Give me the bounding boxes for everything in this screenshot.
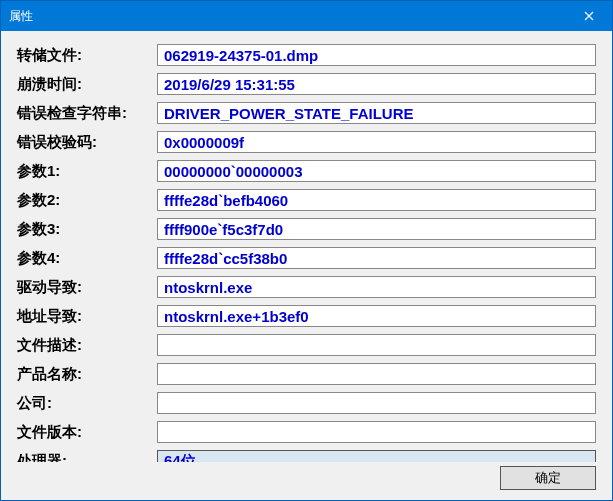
field-bugcheck-code[interactable]: 0x0000009f: [157, 131, 596, 153]
row-bugcheck-code: 错误校验码: 0x0000009f: [17, 130, 596, 154]
label-bugcheck-string: 错误检查字符串:: [17, 104, 157, 123]
row-caused-driver: 驱动导致: ntoskrnl.exe: [17, 275, 596, 299]
label-caused-address: 地址导致:: [17, 307, 157, 326]
row-param2: 参数2: ffffe28d`befb4060: [17, 188, 596, 212]
field-company[interactable]: [157, 392, 596, 414]
form-content: 转储文件: 062919-24375-01.dmp 崩溃时间: 2019/6/2…: [1, 31, 612, 462]
row-param1: 参数1: 00000000`00000003: [17, 159, 596, 183]
field-crash-time[interactable]: 2019/6/29 15:31:55: [157, 73, 596, 95]
row-product-name: 产品名称:: [17, 362, 596, 386]
field-param1[interactable]: 00000000`00000003: [157, 160, 596, 182]
label-param4: 参数4:: [17, 249, 157, 268]
label-company: 公司:: [17, 394, 157, 413]
label-dump-file: 转储文件:: [17, 46, 157, 65]
field-bugcheck-string[interactable]: DRIVER_POWER_STATE_FAILURE: [157, 102, 596, 124]
label-param1: 参数1:: [17, 162, 157, 181]
field-param3[interactable]: ffff900e`f5c3f7d0: [157, 218, 596, 240]
field-caused-driver[interactable]: ntoskrnl.exe: [157, 276, 596, 298]
field-file-version[interactable]: [157, 421, 596, 443]
row-dump-file: 转储文件: 062919-24375-01.dmp: [17, 43, 596, 67]
dialog-footer: 确定: [1, 462, 612, 500]
close-button[interactable]: [566, 1, 612, 31]
row-file-version: 文件版本:: [17, 420, 596, 444]
field-param4[interactable]: ffffe28d`cc5f38b0: [157, 247, 596, 269]
label-file-description: 文件描述:: [17, 336, 157, 355]
field-caused-address[interactable]: ntoskrnl.exe+1b3ef0: [157, 305, 596, 327]
label-product-name: 产品名称:: [17, 365, 157, 384]
row-crash-time: 崩溃时间: 2019/6/29 15:31:55: [17, 72, 596, 96]
label-bugcheck-code: 错误校验码:: [17, 133, 157, 152]
close-icon: [584, 11, 594, 21]
row-company: 公司:: [17, 391, 596, 415]
properties-dialog: 属性 转储文件: 062919-24375-01.dmp 崩溃时间: 2019/…: [0, 0, 613, 501]
ok-button[interactable]: 确定: [500, 466, 596, 490]
row-file-description: 文件描述:: [17, 333, 596, 357]
label-caused-driver: 驱动导致:: [17, 278, 157, 297]
field-param2[interactable]: ffffe28d`befb4060: [157, 189, 596, 211]
field-dump-file[interactable]: 062919-24375-01.dmp: [157, 44, 596, 66]
row-bugcheck-string: 错误检查字符串: DRIVER_POWER_STATE_FAILURE: [17, 101, 596, 125]
label-file-version: 文件版本:: [17, 423, 157, 442]
field-processor[interactable]: 64位: [157, 450, 596, 462]
row-caused-address: 地址导致: ntoskrnl.exe+1b3ef0: [17, 304, 596, 328]
row-param3: 参数3: ffff900e`f5c3f7d0: [17, 217, 596, 241]
label-param3: 参数3:: [17, 220, 157, 239]
label-processor: 处理器:: [17, 452, 157, 463]
window-title: 属性: [1, 8, 566, 25]
label-crash-time: 崩溃时间:: [17, 75, 157, 94]
row-processor: 处理器: 64位: [17, 449, 596, 462]
field-product-name[interactable]: [157, 363, 596, 385]
titlebar: 属性: [1, 1, 612, 31]
field-file-description[interactable]: [157, 334, 596, 356]
row-param4: 参数4: ffffe28d`cc5f38b0: [17, 246, 596, 270]
label-param2: 参数2:: [17, 191, 157, 210]
